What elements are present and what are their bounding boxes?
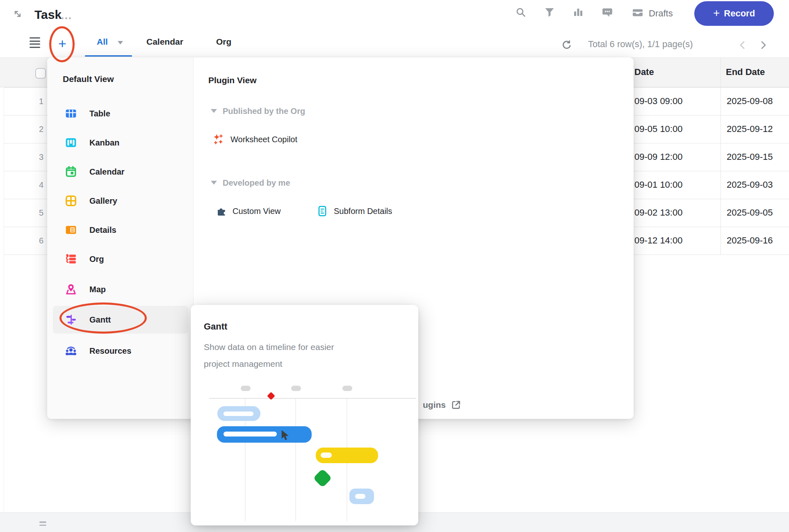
view-menu-item-label: Map — [89, 285, 106, 294]
plugin-item-custom-view[interactable]: Custom View — [216, 204, 280, 218]
view-menu-item-resources[interactable]: Resources — [53, 337, 188, 365]
plugin-view-title: Plugin View — [208, 74, 256, 86]
row-number[interactable]: 6 — [0, 234, 43, 247]
column-header-date[interactable]: Date — [634, 66, 654, 78]
cell-end-date[interactable]: 2025-09-05 — [727, 207, 773, 219]
cell-date[interactable]: 09-05 10:00 — [634, 123, 682, 135]
row-number[interactable]: 4 — [0, 179, 43, 191]
view-menu-item-label: Org — [89, 255, 104, 264]
timeline-tick-pill — [241, 386, 251, 391]
view-menu-item-calendar[interactable]: Calendar — [53, 158, 188, 186]
comment-icon[interactable] — [602, 7, 613, 18]
default-view-title: Default View — [63, 73, 114, 85]
gantt-bar-inner-label — [223, 412, 253, 416]
annotation-circle-gantt — [59, 302, 147, 334]
view-menu-item-details[interactable]: Details — [53, 216, 188, 244]
map-view-icon — [65, 284, 77, 295]
select-all-checkbox[interactable] — [35, 68, 46, 79]
subform-details-icon — [317, 205, 328, 217]
gallery-view-icon — [65, 195, 77, 207]
pagination-summary: Total 6 row(s), 1/1 page(s) — [588, 39, 693, 50]
collapse-expand-icon[interactable] — [12, 9, 23, 19]
row-number[interactable]: 1 — [0, 95, 43, 107]
plugin-item-worksheet-copilot[interactable]: Worksheet Copilot — [212, 132, 297, 146]
active-tab-underline — [85, 55, 132, 57]
cell-date[interactable]: 09-02 13:00 — [634, 207, 682, 219]
column-header-end-date[interactable]: End Date — [726, 66, 765, 78]
custom-view-puzzle-icon — [216, 206, 227, 216]
row-height-icon[interactable] — [39, 521, 46, 527]
timeline-axis-line — [209, 398, 416, 399]
plugin-item-label: Subform Details — [334, 207, 392, 216]
refresh-icon[interactable] — [561, 40, 572, 50]
record-button-label: Record — [724, 8, 755, 19]
view-menu-item-gallery[interactable]: Gallery — [53, 187, 188, 215]
add-record-button[interactable]: + Record — [694, 1, 774, 26]
plus-glyph: + — [713, 7, 720, 19]
row-number[interactable]: 3 — [0, 151, 43, 163]
tab-org[interactable]: Org — [216, 37, 231, 47]
search-icon[interactable] — [515, 7, 526, 18]
gantt-bar-inner-label — [355, 494, 365, 499]
page-title: Task — [34, 8, 62, 22]
gantt-bar-inner-label — [223, 432, 277, 437]
details-view-icon — [65, 224, 77, 236]
kanban-view-icon — [65, 137, 77, 148]
calendar-view-icon — [65, 166, 77, 177]
section-published-by-org[interactable]: Published by the Org — [223, 105, 305, 117]
cell-end-date[interactable]: 2025-09-12 — [727, 123, 773, 135]
section-collapse-icon[interactable] — [211, 109, 217, 113]
cell-date[interactable]: 09-03 09:00 — [634, 95, 682, 107]
table-menu-ellipsis[interactable] — [62, 14, 73, 21]
cell-end-date[interactable]: 2025-09-03 — [727, 179, 773, 191]
view-menu-item-label: Gallery — [89, 196, 117, 206]
view-menu-item-kanban[interactable]: Kanban — [53, 129, 188, 157]
chart-icon[interactable] — [573, 7, 584, 18]
section-developed-by-me[interactable]: Developed by me — [223, 177, 290, 189]
table-view-icon — [65, 108, 77, 119]
view-menu-item-label: Kanban — [89, 138, 119, 148]
page-prev-icon[interactable] — [739, 40, 746, 50]
cell-date[interactable]: 09-01 10:00 — [634, 179, 682, 191]
view-menu-item-map[interactable]: Map — [53, 275, 188, 303]
row-number[interactable]: 2 — [0, 123, 43, 135]
view-menu-item-label: Resources — [89, 346, 131, 356]
view-menu-item-label: Table — [89, 109, 110, 118]
drafts-inbox-icon[interactable] — [632, 7, 643, 18]
plugin-item-subform-details[interactable]: Subform Details — [317, 204, 392, 218]
tab-calendar[interactable]: Calendar — [146, 37, 183, 47]
cell-date[interactable]: 09-09 12:00 — [634, 151, 682, 163]
annotation-circle-add-view — [49, 26, 75, 62]
more-plugins-link[interactable]: ugins — [423, 399, 461, 411]
cell-end-date[interactable]: 2025-09-15 — [727, 151, 773, 163]
worksheet-copilot-icon — [212, 133, 225, 146]
view-list-icon[interactable] — [30, 37, 40, 50]
drafts-label[interactable]: Drafts — [649, 8, 673, 19]
resources-view-icon — [65, 345, 77, 357]
view-menu-item-label: Calendar — [89, 167, 125, 177]
gantt-bar-inner-label — [321, 452, 332, 458]
org-view-icon — [65, 253, 77, 265]
chevron-down-icon[interactable] — [118, 41, 123, 45]
more-plugins-partial-text: ugins — [423, 400, 446, 410]
view-menu-item-org[interactable]: Org — [53, 245, 188, 273]
cell-end-date[interactable]: 2025-09-08 — [727, 95, 773, 107]
section-collapse-icon[interactable] — [211, 181, 217, 185]
plugin-item-label: Custom View — [233, 207, 280, 216]
gantt-tooltip-description-line2: project management — [204, 358, 282, 370]
cell-date[interactable]: 09-12 14:00 — [634, 234, 682, 247]
external-link-icon — [451, 400, 461, 410]
timeline-tick-pill — [342, 386, 352, 391]
timeline-tick-pill — [291, 386, 301, 391]
app-window: Date End Date 1 2 3 4 5 6 09-03 09:00 09… — [0, 0, 789, 532]
tab-all[interactable]: All — [97, 37, 108, 47]
view-menu-item-table[interactable]: Table — [53, 100, 188, 127]
filter-icon[interactable] — [544, 7, 555, 18]
timeline-gridline — [295, 399, 296, 521]
gantt-tooltip-description-line1: Show data on a timeline for easier — [204, 341, 334, 353]
cursor-pointer-icon — [280, 430, 290, 442]
plugin-item-label: Worksheet Copilot — [230, 135, 297, 144]
page-next-icon[interactable] — [760, 40, 767, 50]
cell-end-date[interactable]: 2025-09-16 — [727, 234, 773, 247]
row-number[interactable]: 5 — [0, 207, 43, 219]
